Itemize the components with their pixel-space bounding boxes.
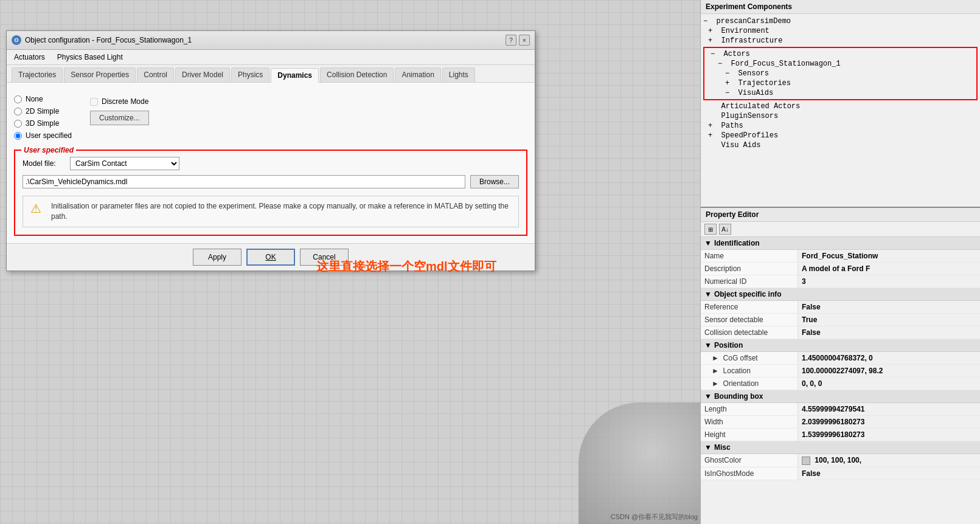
prop-cog-offset-row: ► CoG offset 1.45000004768372, 0: [701, 352, 980, 365]
section-bounding-box[interactable]: ▼ Bounding box: [701, 390, 980, 403]
menu-bar: Actuators Physics Based Light: [7, 50, 535, 65]
dialog-title: Object configuration - Ford_Focus_Statio…: [25, 36, 502, 44]
radio-user-specified[interactable]: [14, 132, 22, 140]
tree-expand-icon: −: [711, 50, 719, 58]
section-identification[interactable]: ▼ Identification: [701, 237, 980, 250]
section-misc[interactable]: ▼ Misc: [701, 441, 980, 454]
prop-collision-detectable-row: Collision detectable False: [701, 326, 980, 339]
model-file-select[interactable]: CarSim Contact: [70, 157, 179, 170]
section-position[interactable]: ▼ Position: [701, 339, 980, 352]
section-expand-icon: ▼: [704, 392, 712, 401]
tab-dynamics[interactable]: Dynamics: [271, 68, 319, 83]
discrete-mode-label: Discrete Mode: [102, 97, 148, 106]
tree-item-actors[interactable]: − Actors: [706, 49, 975, 59]
prop-height-row: Height 1.53999996180273: [701, 429, 980, 441]
radio-2d-row: 2D Simple: [14, 107, 72, 115]
tree-item-ford-focus[interactable]: − Ford_Focus_Stationwagon_1: [706, 59, 975, 69]
radio-3d-simple[interactable]: [14, 120, 22, 128]
color-swatch: [802, 457, 810, 465]
radio-none-row: None: [14, 95, 72, 103]
prop-description-row: Description A model of a Ford F: [701, 263, 980, 275]
cancel-button[interactable]: Cancel: [300, 249, 349, 266]
tab-collision-detection[interactable]: Collision Detection: [320, 67, 394, 82]
browse-button[interactable]: Browse...: [470, 175, 519, 188]
tree-item-paths[interactable]: + Paths: [703, 121, 978, 131]
file-path-input[interactable]: [23, 175, 465, 188]
radio-none[interactable]: [14, 95, 22, 103]
sort-az-button[interactable]: A↓: [719, 224, 731, 235]
tree-item-environment[interactable]: + Environment: [703, 26, 978, 36]
radio-3d-label: 3D Simple: [26, 119, 59, 128]
tab-bar: Trajectories Sensor Properties Control D…: [7, 65, 535, 83]
cog-expand-icon: ►: [712, 354, 721, 362]
tree-item-visu-aids[interactable]: Visu Aids: [703, 140, 978, 150]
model-file-row: Model file: CarSim Contact: [23, 157, 519, 170]
tree-spacer: [708, 102, 717, 111]
radio-group: None 2D Simple 3D Simple User specified: [14, 95, 72, 140]
tree-expand-icon: +: [708, 122, 717, 130]
warning-icon: ⚠: [30, 201, 45, 216]
radio-user-specified-label: User specified: [26, 131, 72, 140]
radio-none-label: None: [26, 95, 43, 103]
grid-view-button[interactable]: ⊞: [704, 224, 717, 235]
dynamics-options: None 2D Simple 3D Simple User specified: [14, 90, 527, 145]
section-expand-icon: ▼: [704, 239, 712, 247]
dialog-titlebar: O Object configuration - Ford_Focus_Stat…: [7, 31, 535, 50]
tree-item-plugin-sensors[interactable]: PluginSensors: [703, 111, 978, 121]
tree-item-visuaids[interactable]: − VisuAids: [706, 88, 975, 98]
menu-physics-based-light[interactable]: Physics Based Light: [55, 52, 125, 63]
tree-expand-icon: +: [725, 79, 734, 88]
tree-item-sensors[interactable]: − Sensors: [706, 69, 975, 78]
dialog-controls: ? ×: [506, 35, 530, 46]
watermark: CSDN @你看不见我写的blog: [611, 512, 698, 522]
menu-actuators[interactable]: Actuators: [12, 52, 47, 63]
tab-sensor-properties[interactable]: Sensor Properties: [64, 67, 136, 82]
help-button[interactable]: ?: [506, 35, 516, 46]
section-object-specific[interactable]: ▼ Object specific info: [701, 288, 980, 301]
close-button[interactable]: ×: [519, 35, 530, 46]
prop-name-row: Name Ford_Focus_Stationw: [701, 250, 980, 263]
tab-animation[interactable]: Animation: [395, 67, 440, 82]
apply-button[interactable]: Apply: [193, 249, 242, 266]
tree-expand-icon: +: [708, 27, 717, 35]
discrete-mode-checkbox[interactable]: [90, 98, 98, 106]
section-label: User specified: [21, 146, 76, 154]
actors-highlighted-group: − Actors − Ford_Focus_Stationwagon_1 − S…: [703, 47, 978, 100]
prop-toolbar: ⊞ A↓: [701, 222, 980, 237]
dialog-footer: Apply OK Cancel: [7, 243, 535, 271]
tree-expand-icon: −: [725, 69, 734, 78]
radio-user-specified-row: User specified: [14, 131, 72, 140]
tree-item-speed-profiles[interactable]: + SpeedProfiles: [703, 131, 978, 140]
prop-reference-row: Reference False: [701, 301, 980, 314]
experiment-components-title: Experiment Components: [701, 0, 980, 14]
experiment-components-panel: Experiment Components − prescanCarsimDem…: [701, 0, 980, 208]
tab-lights[interactable]: Lights: [442, 67, 475, 82]
tree-expand-icon: +: [708, 36, 717, 45]
radio-2d-simple[interactable]: [14, 108, 22, 115]
file-path-row: Browse...: [23, 175, 519, 188]
tree-expand-icon: −: [718, 60, 726, 68]
tree-item-prescan[interactable]: − prescanCarsimDemo: [703, 16, 978, 26]
tab-driver-model[interactable]: Driver Model: [175, 67, 230, 82]
customize-button[interactable]: Customize...: [90, 111, 149, 125]
radio-2d-label: 2D Simple: [26, 107, 59, 115]
tab-control[interactable]: Control: [137, 67, 174, 82]
prop-location-row: ► Location 100.000002274097, 98.2: [701, 365, 980, 377]
tree-spacer: [708, 141, 717, 150]
section-expand-icon: ▼: [704, 443, 712, 452]
ok-button[interactable]: OK: [246, 249, 295, 266]
tree-spacer: [708, 112, 717, 120]
tab-physics[interactable]: Physics: [231, 67, 269, 82]
tree-item-trajectories[interactable]: + Trajectories: [706, 78, 975, 88]
tree-item-infrastructure[interactable]: + Infrastructure: [703, 36, 978, 46]
prop-orientation-row: ► Orientation 0, 0, 0: [701, 377, 980, 390]
prop-length-row: Length 4.55999994279541: [701, 403, 980, 416]
orientation-expand-icon: ►: [712, 379, 721, 388]
user-specified-section: User specified Model file: CarSim Contac…: [14, 150, 527, 236]
property-editor-panel: Property Editor ⊞ A↓ ▼ Identification Na…: [701, 208, 980, 524]
car-image: [579, 402, 700, 524]
tree-expand-icon: −: [703, 17, 712, 26]
tree-item-articulated-actors[interactable]: Articulated Actors: [703, 102, 978, 111]
warning-box: ⚠ Initialisation or parameter files are …: [23, 196, 519, 227]
tab-trajectories[interactable]: Trajectories: [12, 67, 63, 82]
